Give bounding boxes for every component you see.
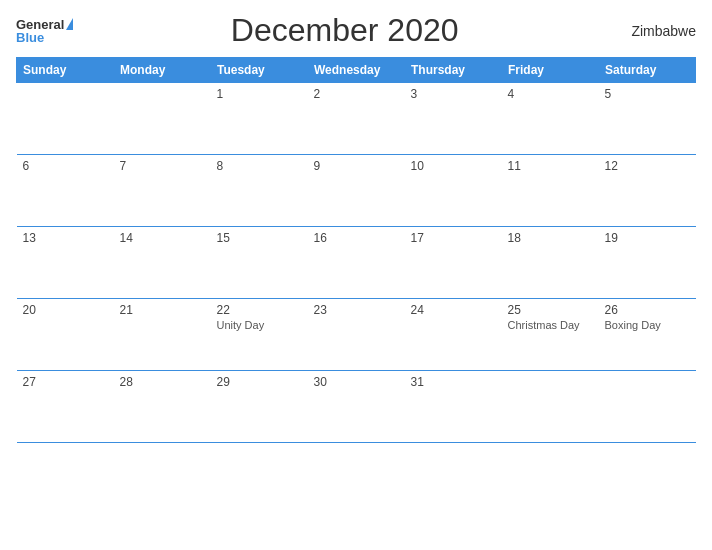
day-cell	[17, 83, 114, 155]
day-number: 31	[411, 375, 496, 389]
day-number: 21	[120, 303, 205, 317]
day-number: 1	[217, 87, 302, 101]
day-cell: 21	[114, 299, 211, 371]
day-number: 17	[411, 231, 496, 245]
calendar-wrapper: General Blue December 2020 Zimbabwe Sund…	[0, 0, 712, 550]
day-number: 20	[23, 303, 108, 317]
day-number: 9	[314, 159, 399, 173]
day-number: 16	[314, 231, 399, 245]
day-number: 15	[217, 231, 302, 245]
day-cell: 14	[114, 227, 211, 299]
calendar-body: 12345678910111213141516171819202122Unity…	[17, 83, 696, 443]
day-number: 29	[217, 375, 302, 389]
logo-triangle-icon	[66, 18, 73, 30]
day-cell: 30	[308, 371, 405, 443]
weekday-row: SundayMondayTuesdayWednesdayThursdayFrid…	[17, 58, 696, 83]
day-cell: 25Christmas Day	[502, 299, 599, 371]
day-number: 28	[120, 375, 205, 389]
day-number: 26	[605, 303, 690, 317]
day-number: 5	[605, 87, 690, 101]
day-cell: 1	[211, 83, 308, 155]
day-cell: 19	[599, 227, 696, 299]
week-row: 12345	[17, 83, 696, 155]
day-cell	[599, 371, 696, 443]
day-cell: 9	[308, 155, 405, 227]
day-number: 19	[605, 231, 690, 245]
day-number: 24	[411, 303, 496, 317]
day-cell: 6	[17, 155, 114, 227]
week-row: 202122Unity Day232425Christmas Day26Boxi…	[17, 299, 696, 371]
day-cell: 27	[17, 371, 114, 443]
day-number: 18	[508, 231, 593, 245]
calendar-table: SundayMondayTuesdayWednesdayThursdayFrid…	[16, 57, 696, 443]
day-cell: 31	[405, 371, 502, 443]
day-cell	[114, 83, 211, 155]
day-number: 25	[508, 303, 593, 317]
day-number: 27	[23, 375, 108, 389]
day-cell: 3	[405, 83, 502, 155]
day-number: 6	[23, 159, 108, 173]
day-cell: 7	[114, 155, 211, 227]
day-cell: 26Boxing Day	[599, 299, 696, 371]
day-cell: 5	[599, 83, 696, 155]
weekday-header: Saturday	[599, 58, 696, 83]
day-number: 4	[508, 87, 593, 101]
weekday-header: Sunday	[17, 58, 114, 83]
day-cell: 17	[405, 227, 502, 299]
day-cell: 29	[211, 371, 308, 443]
holiday-name: Unity Day	[217, 319, 302, 331]
day-cell: 8	[211, 155, 308, 227]
weekday-header: Thursday	[405, 58, 502, 83]
logo-area: General Blue	[16, 18, 73, 44]
day-number: 13	[23, 231, 108, 245]
month-title: December 2020	[73, 12, 616, 49]
day-cell: 16	[308, 227, 405, 299]
country-label: Zimbabwe	[616, 23, 696, 39]
day-cell: 24	[405, 299, 502, 371]
logo-blue: Blue	[16, 31, 44, 44]
day-cell: 28	[114, 371, 211, 443]
week-row: 2728293031	[17, 371, 696, 443]
day-cell: 10	[405, 155, 502, 227]
day-cell: 18	[502, 227, 599, 299]
day-cell: 22Unity Day	[211, 299, 308, 371]
holiday-name: Christmas Day	[508, 319, 593, 331]
day-number: 7	[120, 159, 205, 173]
week-row: 6789101112	[17, 155, 696, 227]
day-cell: 15	[211, 227, 308, 299]
day-cell: 4	[502, 83, 599, 155]
calendar-header: SundayMondayTuesdayWednesdayThursdayFrid…	[17, 58, 696, 83]
week-row: 13141516171819	[17, 227, 696, 299]
day-number: 22	[217, 303, 302, 317]
day-number: 14	[120, 231, 205, 245]
day-number: 3	[411, 87, 496, 101]
day-number: 30	[314, 375, 399, 389]
day-number: 8	[217, 159, 302, 173]
day-cell: 11	[502, 155, 599, 227]
day-number: 23	[314, 303, 399, 317]
day-number: 11	[508, 159, 593, 173]
day-cell: 20	[17, 299, 114, 371]
day-number: 12	[605, 159, 690, 173]
day-cell	[502, 371, 599, 443]
weekday-header: Tuesday	[211, 58, 308, 83]
day-cell: 13	[17, 227, 114, 299]
day-cell: 2	[308, 83, 405, 155]
weekday-header: Monday	[114, 58, 211, 83]
weekday-header: Wednesday	[308, 58, 405, 83]
weekday-header: Friday	[502, 58, 599, 83]
day-number: 2	[314, 87, 399, 101]
day-cell: 12	[599, 155, 696, 227]
header-row: General Blue December 2020 Zimbabwe	[16, 12, 696, 49]
day-number: 10	[411, 159, 496, 173]
logo-general: General	[16, 18, 64, 31]
holiday-name: Boxing Day	[605, 319, 690, 331]
day-cell: 23	[308, 299, 405, 371]
